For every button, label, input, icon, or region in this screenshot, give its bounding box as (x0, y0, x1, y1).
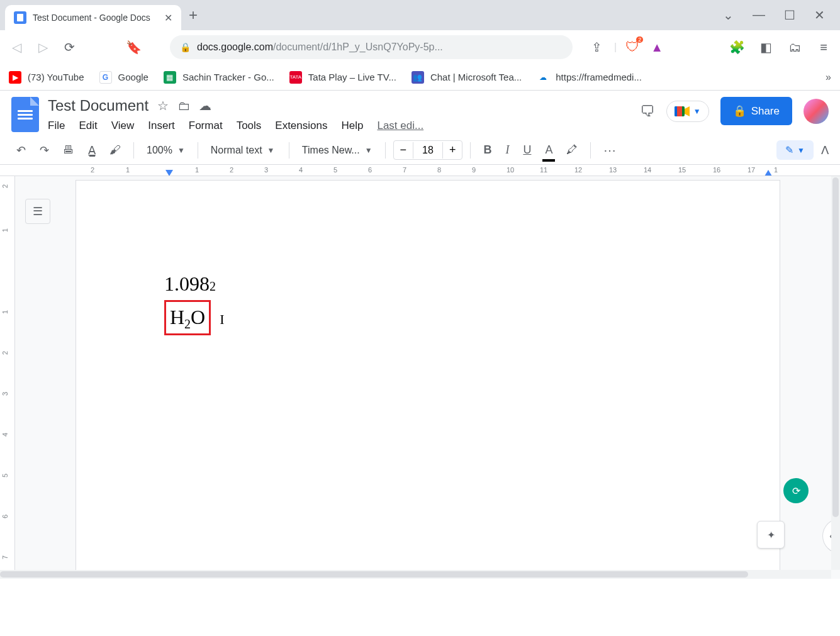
bookmark-teams[interactable]: 👥Chat | Microsoft Tea... (412, 71, 522, 84)
paint-format-button[interactable]: 🖌 (104, 140, 126, 160)
bookmark-framedmedi[interactable]: ☁https://framedmedi... (537, 71, 642, 84)
horizontal-ruler[interactable]: 2 1 1 2 3 4 5 6 7 8 9 10 11 12 13 14 15 … (0, 165, 840, 176)
comment-history-icon[interactable]: 🗨 (640, 103, 655, 120)
cloud-status-icon[interactable]: ☁ (199, 98, 211, 113)
forward-button[interactable]: ▷ (34, 38, 52, 56)
svg-rect-3 (677, 106, 682, 116)
lock-icon: 🔒 (180, 42, 191, 52)
star-icon[interactable]: ☆ (157, 98, 169, 113)
meet-icon (675, 105, 690, 118)
user-avatar[interactable] (804, 99, 829, 124)
tab-title: Test Document - Google Docs (33, 13, 158, 23)
italic-button[interactable]: I (500, 140, 514, 160)
outline-toggle-button[interactable]: ☰ (25, 199, 50, 224)
print-button[interactable]: 🖶 (58, 140, 79, 160)
bookmark-google[interactable]: GGoogle (99, 71, 148, 84)
minimize-button[interactable]: ― (753, 8, 765, 23)
lock-icon: 🔒 (733, 104, 746, 118)
zoom-select[interactable]: 100%▼ (142, 142, 190, 159)
bookmark-youtube[interactable]: ▶(73) YouTube (9, 71, 84, 84)
browser-tab[interactable]: Test Document - Google Docs ✕ (5, 5, 181, 30)
font-select[interactable]: Times New...▼ (297, 142, 378, 159)
close-window-button[interactable]: ✕ (814, 8, 825, 23)
highlight-button[interactable]: 🖍 (561, 140, 583, 160)
document-title[interactable]: Test Document (48, 97, 148, 114)
document-content[interactable]: 1.0982 H2O I (164, 269, 692, 335)
bookmark-sheets[interactable]: ▦Sachin Tracker - Go... (164, 71, 274, 84)
back-button[interactable]: ◁ (8, 38, 25, 56)
bookmarks-bar: ▶(73) YouTube GGoogle ▦Sachin Tracker - … (0, 64, 840, 91)
superscript-text: 2 (210, 277, 216, 296)
wallet-icon[interactable]: 🗂 (786, 38, 804, 56)
redo-button[interactable]: ↷ (35, 140, 54, 161)
last-edit-link[interactable]: Last edi... (377, 120, 423, 132)
share-page-icon[interactable]: ⇪ (588, 38, 605, 56)
text-color-button[interactable]: A (540, 140, 557, 160)
svg-marker-1 (685, 106, 690, 116)
brave-rewards-icon[interactable]: ▲ (648, 38, 666, 56)
menu-help[interactable]: Help (341, 120, 363, 132)
menu-extensions[interactable]: Extensions (275, 120, 327, 132)
extensions-icon[interactable]: 🧩 (728, 38, 746, 56)
sidebar-icon[interactable]: ◧ (757, 38, 775, 56)
horizontal-scrollbar[interactable] (0, 570, 831, 579)
subscript-text: 2 (184, 317, 191, 331)
maximize-button[interactable]: ☐ (784, 8, 795, 23)
meet-button[interactable]: ▼ (666, 101, 709, 122)
window-controls: ⌄ ― ☐ ✕ (723, 8, 835, 23)
brave-shield-icon[interactable]: 🛡2 (625, 39, 639, 55)
bold-button[interactable]: B (478, 140, 496, 160)
right-margin-marker[interactable] (764, 170, 772, 176)
highlighted-h2o: H2O (164, 300, 211, 335)
spellcheck-button[interactable]: A̲ (83, 140, 101, 161)
chevron-down-icon[interactable]: ⌄ (723, 8, 734, 23)
menu-view[interactable]: View (111, 120, 135, 132)
share-button[interactable]: 🔒 Share (720, 97, 792, 125)
toolbar: ↶ ↷ 🖶 A̲ 🖌 100%▼ Normal text▼ Times New.… (0, 136, 840, 165)
bookmark-page-icon[interactable]: 🔖 (125, 38, 142, 56)
menu-bar: File Edit View Insert Format Tools Exten… (48, 120, 631, 132)
menu-tools[interactable]: Tools (237, 120, 262, 132)
docs-header: Test Document ☆ 🗀 ☁ File Edit View Inser… (0, 91, 840, 136)
bookmark-tata[interactable]: TATATata Play – Live TV... (289, 71, 396, 84)
font-size-decrease[interactable]: − (394, 141, 413, 159)
document-canvas: 2 1 1 2 3 4 5 6 7 ☰ 1.0982 H2O I ⟳ ✦ ‹ (0, 176, 840, 579)
move-folder-icon[interactable]: 🗀 (177, 99, 190, 113)
menu-file[interactable]: File (48, 120, 65, 132)
new-tab-button[interactable]: + (189, 6, 198, 24)
pencil-icon: ✎ (785, 144, 793, 156)
text-cursor: I (220, 309, 224, 330)
more-toolbar-button[interactable]: ⋯ (598, 139, 622, 162)
style-select[interactable]: Normal text▼ (206, 142, 281, 159)
vertical-scrollbar[interactable] (831, 176, 840, 570)
font-size-value[interactable]: 18 (413, 142, 443, 159)
collapse-toolbar-button[interactable]: ᐱ (821, 143, 829, 157)
url-text: docs.google.com/document/d/1hP_y_UsnQ7Yo… (197, 42, 443, 53)
document-page[interactable]: 1.0982 H2O I (76, 180, 780, 579)
undo-button[interactable]: ↶ (11, 140, 31, 161)
explore-button[interactable]: ✦ (757, 521, 785, 549)
menu-insert[interactable]: Insert (148, 120, 175, 132)
docs-logo-icon[interactable] (11, 97, 39, 132)
underline-button[interactable]: U (518, 140, 536, 160)
editing-mode-button[interactable]: ✎ ▼ (776, 140, 814, 160)
vertical-ruler[interactable]: 2 1 1 2 3 4 5 6 7 (0, 176, 15, 579)
bookmarks-overflow[interactable]: » (826, 72, 831, 83)
address-bar: ◁ ▷ ⟳ 🔖 🔒 docs.google.com/document/d/1hP… (0, 30, 840, 64)
tab-close-button[interactable]: ✕ (164, 12, 172, 24)
browser-menu-icon[interactable]: ≡ (815, 38, 832, 56)
menu-format[interactable]: Format (189, 120, 223, 132)
font-size-increase[interactable]: + (443, 141, 462, 159)
browser-tab-bar: Test Document - Google Docs ✕ + ⌄ ― ☐ ✕ (0, 0, 840, 30)
text-line-2[interactable]: H2O I (164, 299, 692, 335)
docs-favicon-icon (14, 11, 26, 24)
menu-edit[interactable]: Edit (79, 120, 97, 132)
fab-button[interactable]: ⟳ (783, 478, 809, 503)
reload-button[interactable]: ⟳ (60, 38, 78, 56)
indent-marker[interactable] (165, 170, 173, 176)
text-line-1[interactable]: 1.0982 (164, 269, 692, 299)
url-input[interactable]: 🔒 docs.google.com/document/d/1hP_y_UsnQ7… (170, 35, 573, 59)
font-size-control: − 18 + (393, 140, 463, 160)
